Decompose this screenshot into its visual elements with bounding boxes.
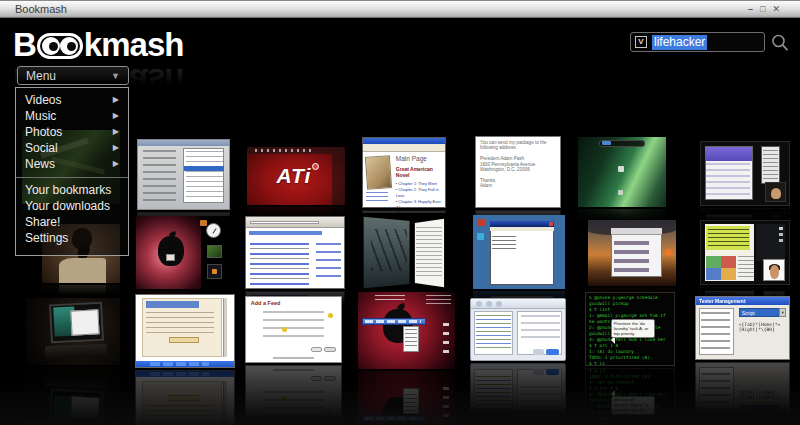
wiki-subheading: Great American Novel bbox=[396, 166, 441, 178]
photo-widget bbox=[207, 245, 222, 258]
window-title: Texter Management bbox=[699, 298, 746, 304]
thumbnail-text-document[interactable]: You can send my package to the following… bbox=[475, 136, 561, 208]
thumbnail-xp-browser[interactable] bbox=[135, 294, 235, 368]
list-rows bbox=[476, 315, 512, 352]
thumbnail-search-results[interactable] bbox=[245, 216, 345, 289]
thumbnail-laptop-photo[interactable] bbox=[26, 298, 120, 365]
submenu-arrow-icon: ▶ bbox=[113, 92, 119, 108]
page-lines bbox=[146, 312, 215, 334]
laptop-keyboard bbox=[45, 344, 107, 360]
thumbnail-rules-manager[interactable] bbox=[470, 298, 566, 361]
document-lines bbox=[416, 227, 442, 277]
floor-glow bbox=[0, 380, 800, 425]
maximize-button[interactable]: □ bbox=[760, 5, 765, 14]
thumbnail-export-dialog[interactable] bbox=[137, 139, 230, 210]
address-bar bbox=[250, 221, 319, 224]
dropdown-lines bbox=[405, 329, 418, 349]
fish-silhouettes bbox=[371, 229, 406, 272]
eye-icon bbox=[60, 37, 78, 55]
thumbnail-mac-dashboard[interactable] bbox=[136, 216, 235, 289]
browser-header bbox=[611, 228, 662, 235]
desktop-icon bbox=[618, 166, 624, 172]
pupil-icon bbox=[67, 42, 76, 51]
apple-logo-icon bbox=[158, 236, 184, 266]
thumbnail-webcam-browser[interactable] bbox=[700, 141, 790, 206]
submenu-arrow-icon: ▶ bbox=[113, 156, 119, 172]
thumbnail-texter-management[interactable]: Texter Management Script ▼ <{Tab}*[Home]… bbox=[695, 296, 790, 360]
submenu-arrow-icon: ▶ bbox=[113, 108, 119, 124]
menu-item-news[interactable]: News▶ bbox=[16, 156, 128, 172]
icon-column bbox=[443, 323, 449, 355]
panel-dashes bbox=[779, 227, 783, 230]
text-lines bbox=[738, 256, 754, 280]
ok-button bbox=[546, 349, 559, 355]
thumbnail-aurora-desktop[interactable] bbox=[578, 137, 666, 207]
search-input[interactable]: V lifehacker bbox=[630, 32, 765, 52]
thumbnail-desktop-cube[interactable] bbox=[362, 213, 455, 291]
pupil-icon bbox=[49, 42, 58, 51]
cancel-button bbox=[533, 349, 544, 355]
close-icon bbox=[549, 222, 553, 226]
menu-button[interactable]: Menu ▼ bbox=[17, 66, 129, 85]
widget-dot bbox=[212, 269, 217, 274]
window-titlebar[interactable]: Bookmash – □ ✕ bbox=[0, 0, 800, 18]
selected-row bbox=[184, 166, 224, 171]
thumbnail-windows-desktop[interactable] bbox=[473, 215, 565, 289]
thumbnail-webcam-highlight[interactable] bbox=[700, 220, 790, 285]
face bbox=[771, 188, 782, 199]
form-rows bbox=[263, 311, 324, 342]
close-button[interactable]: ✕ bbox=[772, 5, 780, 14]
highlight-text bbox=[708, 229, 748, 248]
menu-item-photos[interactable]: Photos▶ bbox=[16, 124, 128, 140]
script-dropdown: Script bbox=[739, 308, 780, 317]
menu-item-share[interactable]: Share! bbox=[16, 214, 128, 230]
corner-text bbox=[426, 295, 451, 304]
window-toolbar bbox=[471, 299, 565, 309]
chevron-down-icon: ▼ bbox=[111, 71, 120, 81]
results-navbar bbox=[249, 231, 323, 235]
replacement-code: <{Tab}*[Home]*=[Right]*\{BR} bbox=[739, 322, 784, 333]
search-icon[interactable] bbox=[770, 33, 790, 53]
menu-item-your-bookmarks[interactable]: Your bookmarks bbox=[16, 182, 128, 198]
menu-item-music[interactable]: Music▶ bbox=[16, 108, 128, 124]
player-controls bbox=[255, 149, 314, 152]
taskbar-buttons bbox=[150, 372, 209, 376]
list-rows bbox=[701, 312, 731, 352]
menu-item-videos[interactable]: Videos▶ bbox=[16, 92, 128, 108]
thumbnail-sunset-desktop[interactable] bbox=[588, 220, 676, 286]
toolbar-icons bbox=[476, 301, 482, 307]
minimize-button[interactable]: – bbox=[748, 5, 753, 14]
footer-line bbox=[273, 369, 315, 371]
orange-badge bbox=[665, 249, 672, 256]
thumbnail-todo-terminal[interactable]: % @phone p:george schedule goodwill pick… bbox=[585, 292, 675, 366]
thumbnail-add-feed-form[interactable]: Add a Feed bbox=[245, 296, 342, 363]
form-button bbox=[324, 347, 336, 352]
help-dot bbox=[282, 327, 287, 332]
cancel-button bbox=[533, 369, 544, 375]
menu-dropdown: Videos▶ Music▶ Photos▶ Social▶ News▶ You… bbox=[15, 87, 129, 256]
ati-logo: ATi bbox=[276, 164, 311, 188]
wiki-chapter-list: Chapter 1: They Meet Chapter 2: They Fal… bbox=[396, 181, 444, 208]
logo-text-left: B bbox=[13, 26, 36, 63]
document-text: You can send my package to the following… bbox=[480, 140, 557, 189]
sidebar-links bbox=[366, 192, 387, 203]
result-links bbox=[250, 243, 309, 285]
menu-item-your-downloads[interactable]: Your downloads bbox=[16, 198, 128, 214]
thumbnail-wiki-page[interactable]: Main Page Great American Novel Chapter 1… bbox=[362, 137, 446, 208]
menu-item-settings[interactable]: Settings bbox=[16, 230, 128, 246]
form-fields bbox=[521, 315, 560, 339]
photo-collage bbox=[706, 256, 736, 280]
scrollbar bbox=[223, 298, 227, 357]
content-rows bbox=[614, 241, 649, 273]
footer-line bbox=[273, 357, 315, 359]
menu-item-social[interactable]: Social▶ bbox=[16, 140, 128, 156]
page-rows bbox=[706, 163, 750, 197]
browser-toolbar bbox=[363, 144, 445, 152]
person-shirt bbox=[59, 258, 106, 283]
thumbnail-apple-toolbar[interactable] bbox=[358, 292, 455, 369]
window-title: Bookmash bbox=[15, 1, 67, 18]
thumbnail-ati-video[interactable]: ATi bbox=[247, 147, 345, 205]
sepia-photo bbox=[365, 155, 392, 190]
wiki-heading: Main Page bbox=[396, 155, 427, 162]
window-controls: – □ ✕ bbox=[748, 1, 780, 18]
